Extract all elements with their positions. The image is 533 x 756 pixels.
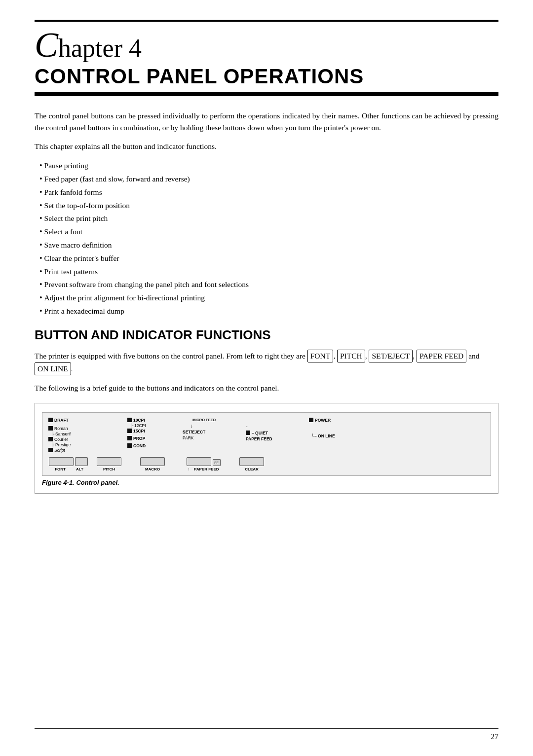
- chapter-header: Chapter 4 CONTROL PANEL OPERATIONS: [35, 21, 498, 88]
- power-label: POWER: [315, 418, 331, 423]
- micro-feed-label: MICRO FEED: [192, 418, 216, 422]
- list-item: Feed paper (fast and slow, forward and r…: [39, 173, 498, 185]
- figure-caption-text: Control panel.: [76, 479, 119, 486]
- courier-led: [48, 437, 53, 441]
- list-item: Print a hexadecimal dump: [39, 305, 498, 318]
- bottom-rule: [35, 728, 498, 729]
- set-eject-label: SET/EJECT: [183, 430, 205, 434]
- list-item: Select a font: [39, 225, 498, 238]
- alt-col-label: ALT: [76, 467, 83, 471]
- intro-para2: This chapter explains all the button and…: [35, 141, 498, 152]
- list-item: Pause printing: [39, 159, 498, 172]
- pitch-btn-rect[interactable]: [97, 457, 121, 466]
- prop-led: [127, 436, 132, 440]
- ff-btn-rect[interactable]: FF: [213, 459, 221, 466]
- list-item: Clear the printer's buffer: [39, 252, 498, 265]
- prestige-label: Prestige: [55, 442, 71, 447]
- cpi10-led: [127, 418, 132, 422]
- section-para1: The printer is equipped with five button…: [35, 350, 498, 375]
- sanserif-label: Sanserif: [55, 432, 71, 436]
- pitch-button: PITCH: [337, 350, 365, 362]
- list-item: Set the top-of-form position: [39, 199, 498, 212]
- quiet-led: [246, 431, 250, 435]
- paper-feed-col-label: PAPER FEED: [194, 467, 219, 471]
- cond-label: COND: [133, 443, 146, 448]
- list-item: Select the print pitch: [39, 212, 498, 225]
- font-btn2-rect[interactable]: [75, 457, 88, 466]
- section-heading: BUTTON AND INDICATOR FUNCTIONS: [35, 327, 498, 343]
- park-label: PARK: [183, 435, 194, 440]
- figure-box: DRAFT Roman ├ Sanserif Courier: [35, 403, 498, 494]
- script-label: Script: [54, 448, 65, 453]
- list-item: Print test patterns: [39, 265, 498, 278]
- roman-label: Roman: [54, 426, 68, 431]
- header-rule: [35, 92, 498, 96]
- quiet-label: – QUIET: [252, 431, 268, 435]
- cpi15-label: 15CPI: [133, 429, 145, 433]
- cpi15-led: [127, 429, 132, 433]
- cond-led: [127, 443, 132, 448]
- font-button: FONT: [307, 350, 333, 362]
- paper-feed-button: PAPER FEED: [417, 350, 466, 362]
- roman-led: [48, 426, 53, 431]
- list-item: Park fanfold forms: [39, 186, 498, 199]
- page-number: 27: [491, 732, 498, 741]
- on-line-button: ON LINE: [35, 362, 71, 375]
- figure-caption: Figure 4-1. Control panel.: [42, 479, 491, 486]
- clear-col-label: CLEAR: [245, 467, 259, 471]
- intro-para1: The control panel buttons can be pressed…: [35, 110, 498, 134]
- paper-feed-label: PAPER FEED: [246, 436, 272, 441]
- font-btn-rect[interactable]: [49, 457, 74, 466]
- on-line-label: – ON LINE: [314, 433, 335, 438]
- list-item: Save macro definition: [39, 239, 498, 252]
- prop-label: PROP: [133, 436, 145, 441]
- list-item: Adjust the print alignment for bi-direct…: [39, 291, 498, 304]
- courier-label: Courier: [54, 437, 68, 442]
- chapter-label: Chapter 4: [35, 26, 498, 65]
- chapter-title: CONTROL PANEL OPERATIONS: [35, 65, 498, 88]
- section-para3: The following is a brief guide to the bu…: [35, 382, 498, 394]
- draft-label: DRAFT: [54, 418, 69, 423]
- set-eject-button: SET/EJECT: [369, 350, 413, 362]
- macro-col-label: MACRO: [145, 467, 160, 471]
- paper-feed-btn-rect[interactable]: [187, 457, 211, 466]
- set-eject-btn-rect[interactable]: [140, 457, 165, 466]
- pitch-col-label: PITCH: [103, 467, 115, 471]
- script-led: [48, 448, 53, 452]
- power-led: [309, 418, 313, 422]
- list-item: Prevent software from changing the panel…: [39, 278, 498, 291]
- cpi12-label: 12CPI: [134, 423, 146, 428]
- feature-list: Pause printing Feed paper (fast and slow…: [39, 159, 498, 318]
- figure-caption-bold: Figure 4-1.: [42, 479, 75, 486]
- online-btn-rect[interactable]: [239, 457, 264, 466]
- control-panel-diagram: DRAFT Roman ├ Sanserif Courier: [42, 412, 491, 476]
- font-col-label: FONT: [55, 467, 66, 471]
- draft-led: [48, 418, 53, 422]
- cpi10-label: 10CPI: [133, 418, 145, 423]
